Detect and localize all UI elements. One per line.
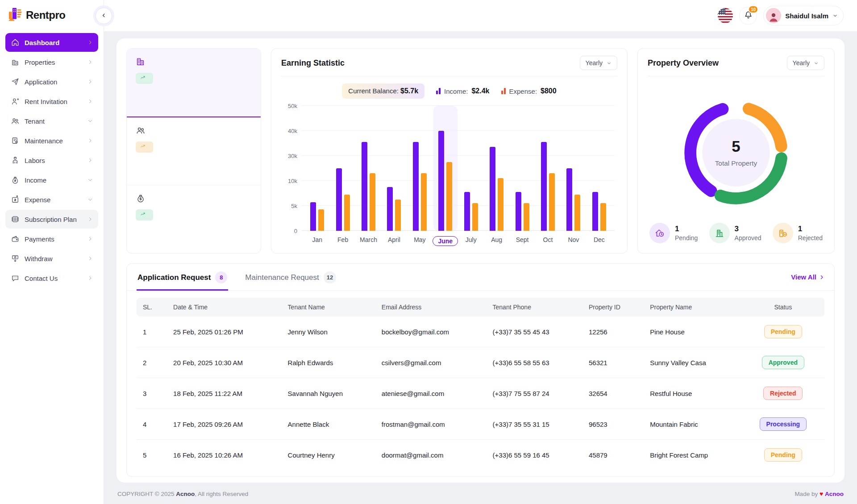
sidebar-item-label: Labors — [25, 157, 83, 164]
sidebar-item-rent-invitation[interactable]: Rent Invitation — [5, 92, 98, 111]
sidebar-item-label: Tenant — [25, 117, 83, 125]
stat-section-total-property — [127, 49, 261, 117]
overview-stat-rejected: 1Rejected — [773, 223, 823, 243]
sidebar-item-payments[interactable]: Payments — [5, 229, 98, 248]
dashboard-content: Earning Statistic Yearly Current Balance… — [104, 31, 857, 483]
status-badge: Rejected — [763, 387, 803, 400]
donut-center-value: 5 — [732, 138, 740, 155]
income-bar — [336, 168, 342, 231]
income-label: Income: — [444, 87, 468, 95]
cell-email: doormat@gmail.com — [375, 440, 487, 471]
chevron-right-icon — [819, 275, 824, 280]
sidebar-item-contact-us[interactable]: Contact Us — [5, 269, 98, 287]
sidebar-item-withdraw[interactable]: Withdraw — [5, 249, 98, 268]
chart-month-sept — [509, 106, 535, 231]
sidebar-item-label: Subscription Plan — [25, 216, 83, 223]
sidebar-item-income[interactable]: Income — [5, 171, 98, 189]
cell-email: ateniese@gmail.com — [375, 378, 487, 409]
earning-statistic-title: Earning Statistic — [281, 58, 345, 68]
sidebar-item-labors[interactable]: Labors — [5, 151, 98, 170]
current-balance-label: Current Balance: — [348, 87, 399, 95]
income-bar — [516, 192, 521, 231]
sidebar-item-tenant[interactable]: Tenant — [5, 112, 98, 130]
made-by-text: Made by ♥ Acnoo — [795, 490, 844, 497]
cell-property-id: 12256 — [582, 317, 644, 347]
cell-phone: (+33)6 55 59 16 45 — [487, 440, 582, 471]
payments-icon — [11, 234, 20, 243]
sidebar: Rentpro DashboardPropertiesApplicationRe… — [0, 0, 104, 504]
brand-logo[interactable]: Rentpro — [0, 0, 104, 29]
withdraw-icon — [11, 254, 20, 263]
sidebar-item-label: Rent Invitation — [25, 98, 83, 105]
tab-maintenance-request[interactable]: Maintenance Request12 — [244, 264, 337, 291]
language-flag-button[interactable] — [718, 8, 733, 23]
avatar — [766, 8, 781, 23]
tab-count-badge: 8 — [215, 271, 227, 283]
cell-phone: (+33)7 35 55 45 43 — [487, 317, 582, 347]
tenant-icon — [11, 117, 20, 125]
cell-tenant: Annette Black — [282, 409, 375, 440]
overview-stat-value: 3 — [735, 225, 761, 233]
column-header-email-address: Email Address — [375, 298, 487, 317]
sidebar-item-properties[interactable]: Properties — [5, 53, 98, 71]
sidebar-item-label: Contact Us — [25, 275, 83, 282]
earning-period-select[interactable]: Yearly — [580, 56, 617, 70]
dashboard-board: Earning Statistic Yearly Current Balance… — [116, 38, 845, 483]
overview-stats-row: 1Pending3Approved1Rejected — [648, 221, 824, 247]
expense-bar — [370, 173, 375, 231]
earning-statistic-card: Earning Statistic Yearly Current Balance… — [271, 48, 628, 254]
chevron-right-icon — [87, 256, 93, 261]
tab-count-badge: 12 — [324, 271, 336, 283]
column-header-tenant-name: Tenant Name — [282, 298, 375, 317]
chevron-left-icon — [101, 12, 107, 20]
cell-email: frostman@gmail.com — [375, 409, 487, 440]
sidebar-item-maintenance[interactable]: Maintenance — [5, 131, 98, 150]
expense-bar — [524, 203, 529, 231]
x-axis-label-oct: Oct — [535, 236, 561, 246]
chevron-right-icon — [87, 158, 93, 163]
trend-up-icon — [140, 143, 146, 151]
x-axis-label-feb: Feb — [330, 236, 355, 246]
user-menu[interactable]: Shaidul Isalm — [763, 6, 844, 25]
tab-label: Application Request — [137, 273, 211, 282]
cell-tenant: Courtney Henry — [282, 440, 375, 471]
bars-row — [302, 106, 615, 231]
sidebar-item-application[interactable]: Application — [5, 72, 98, 91]
sidebar-collapse-button[interactable] — [96, 8, 112, 24]
table-row: 220 Feb, 2025 10:30 AMRalph Edwardscsilv… — [137, 347, 824, 378]
topbar: 10 Shaidul Isalm — [104, 0, 857, 31]
chart-month-oct — [535, 106, 561, 231]
copyright-text: COPYRIGHT © 2025 Acnoo, All rights Reser… — [117, 491, 248, 497]
stat-trend-badge — [136, 73, 153, 84]
income-bar — [464, 192, 470, 231]
sidebar-item-label: Maintenance — [25, 137, 83, 145]
overview-period-select[interactable]: Yearly — [787, 56, 824, 70]
notifications-button[interactable]: 10 — [739, 7, 757, 25]
tab-application-request[interactable]: Application Request8 — [137, 264, 228, 291]
donut-center-label: Total Property — [715, 159, 757, 167]
cell-property-name: Mountain Fabric — [644, 409, 741, 440]
users-icon — [136, 125, 146, 135]
view-all-link[interactable]: View All — [791, 273, 824, 281]
chart-month-dec — [587, 106, 612, 231]
requests-table: SL.Date & TimeTenant NameEmail AddressTe… — [137, 298, 824, 470]
cell-property-name: Bright Forest Camp — [644, 440, 741, 471]
cell-property-name: Pine House — [644, 317, 741, 347]
expense-bar — [574, 195, 580, 231]
cell-date: 25 Feb, 2025 01:26 PM — [167, 317, 282, 347]
building-check-icon — [709, 223, 730, 243]
cell-date: 17 Feb, 2025 09:26 AM — [167, 409, 282, 440]
chevron-down-icon — [87, 197, 93, 202]
cell-phone: (+33)7 75 55 87 24 — [487, 378, 582, 409]
sidebar-item-dashboard[interactable]: Dashboard — [5, 33, 98, 52]
sidebar-item-subscription-plan[interactable]: Subscription Plan — [5, 210, 98, 229]
labors-icon — [11, 156, 20, 165]
chart-month-aug — [484, 106, 509, 231]
income-bar — [592, 192, 598, 231]
x-axis-label-march: March — [356, 236, 381, 246]
sidebar-item-expense[interactable]: Expense — [5, 190, 98, 209]
cell-tenant: Savannah Nguyen — [282, 378, 375, 409]
cell-date: 18 Feb, 2025 11:22 AM — [167, 378, 282, 409]
acnoo-link[interactable]: Acnoo — [825, 491, 844, 497]
stat-trend-badge — [136, 142, 153, 153]
